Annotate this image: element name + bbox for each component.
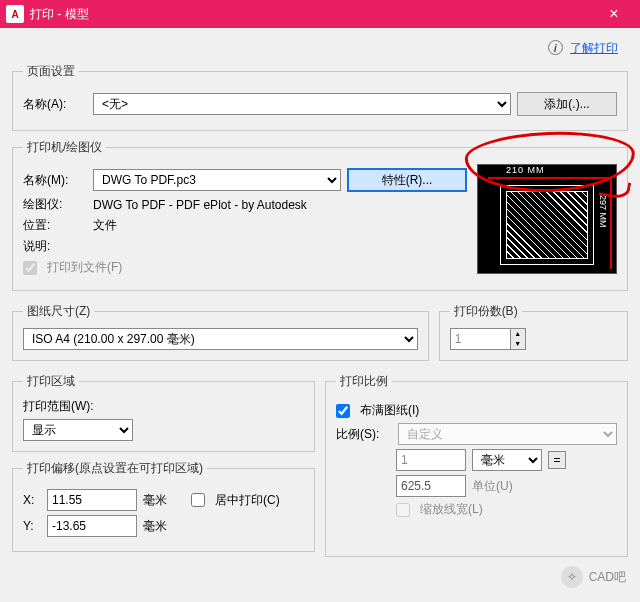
scale-lineweights-label: 缩放线宽(L) bbox=[420, 501, 483, 518]
scale-denominator-input bbox=[396, 475, 466, 497]
paper-size-select[interactable]: ISO A4 (210.00 x 297.00 毫米) bbox=[23, 328, 418, 350]
center-plot-checkbox[interactable] bbox=[191, 493, 205, 507]
app-icon: A bbox=[6, 5, 24, 23]
fit-to-paper-label: 布满图纸(I) bbox=[360, 402, 419, 419]
plot-area-legend: 打印区域 bbox=[23, 373, 79, 390]
description-label: 说明: bbox=[23, 238, 87, 255]
fit-to-paper-checkbox[interactable] bbox=[336, 404, 350, 418]
watermark: ✧ CAD吧 bbox=[561, 566, 626, 588]
watermark-text: CAD吧 bbox=[589, 569, 626, 586]
scale-lineweights-checkbox bbox=[396, 503, 410, 517]
learn-about-plotting-link[interactable]: 了解打印 bbox=[570, 41, 618, 55]
preview-dim-h bbox=[488, 177, 612, 179]
paper-size-group: 图纸尺寸(Z) ISO A4 (210.00 x 297.00 毫米) bbox=[12, 303, 429, 361]
plotter-label: 绘图仪: bbox=[23, 196, 87, 213]
plot-scale-group: 打印比例 布满图纸(I) 比例(S): 自定义 毫米 = bbox=[325, 373, 628, 557]
offset-y-input[interactable] bbox=[47, 515, 137, 537]
page-setup-name-label: 名称(A): bbox=[23, 96, 87, 113]
copies-spinner[interactable]: ▲▼ bbox=[450, 328, 617, 350]
page-setup-legend: 页面设置 bbox=[23, 63, 79, 80]
center-plot-label: 居中打印(C) bbox=[215, 492, 280, 509]
paper-preview: 210 MM 297 MM bbox=[477, 164, 617, 274]
printer-properties-button[interactable]: 特性(R)... bbox=[347, 168, 467, 192]
titlebar: A 打印 - 模型 × bbox=[0, 0, 640, 28]
spinner-down-icon: ▼ bbox=[511, 339, 525, 349]
plot-area-group: 打印区域 打印范围(W): 显示 bbox=[12, 373, 315, 452]
printer-group: 打印机/绘图仪 名称(M): DWG To PDF.pc3 特性(R)... 绘… bbox=[12, 139, 628, 291]
close-icon[interactable]: × bbox=[594, 5, 634, 23]
offset-x-input[interactable] bbox=[47, 489, 137, 511]
page-setup-name-select[interactable]: <无> bbox=[93, 93, 511, 115]
preview-hatch bbox=[506, 191, 588, 259]
offset-x-label: X: bbox=[23, 493, 41, 507]
plotter-value: DWG To PDF - PDF ePlot - by Autodesk bbox=[93, 198, 307, 212]
preview-page-rect bbox=[500, 185, 594, 265]
page-setup-group: 页面设置 名称(A): <无> 添加(.)... bbox=[12, 63, 628, 131]
watermark-icon: ✧ bbox=[561, 566, 583, 588]
offset-y-unit: 毫米 bbox=[143, 518, 167, 535]
preview-dim-v bbox=[610, 177, 612, 269]
plot-to-file-label: 打印到文件(F) bbox=[47, 259, 122, 276]
offset-y-label: Y: bbox=[23, 519, 41, 533]
plot-scale-legend: 打印比例 bbox=[336, 373, 392, 390]
help-row: i 了解打印 bbox=[12, 36, 628, 59]
add-page-setup-button[interactable]: 添加(.)... bbox=[517, 92, 617, 116]
spinner-up-icon: ▲ bbox=[511, 329, 525, 339]
what-to-plot-label: 打印范围(W): bbox=[23, 398, 304, 415]
window-title: 打印 - 模型 bbox=[30, 6, 594, 23]
copies-group: 打印份数(B) ▲▼ bbox=[439, 303, 628, 361]
scale-unit-select[interactable]: 毫米 bbox=[472, 449, 542, 471]
plot-to-file-checkbox bbox=[23, 261, 37, 275]
printer-name-select[interactable]: DWG To PDF.pc3 bbox=[93, 169, 341, 191]
scale-den-unit-label: 单位(U) bbox=[472, 478, 513, 495]
where-label: 位置: bbox=[23, 217, 87, 234]
plot-offset-group: 打印偏移(原点设置在可打印区域) X: 毫米 居中打印(C) Y: 毫米 bbox=[12, 460, 315, 552]
printer-legend: 打印机/绘图仪 bbox=[23, 139, 106, 156]
copies-legend: 打印份数(B) bbox=[450, 303, 522, 320]
scale-select: 自定义 bbox=[398, 423, 617, 445]
what-to-plot-select[interactable]: 显示 bbox=[23, 419, 133, 441]
preview-height-label: 297 MM bbox=[598, 195, 608, 228]
paper-size-legend: 图纸尺寸(Z) bbox=[23, 303, 94, 320]
scale-label: 比例(S): bbox=[336, 426, 392, 443]
where-value: 文件 bbox=[93, 217, 117, 234]
copies-input bbox=[450, 328, 510, 350]
plot-offset-legend: 打印偏移(原点设置在可打印区域) bbox=[23, 460, 207, 477]
printer-name-label: 名称(M): bbox=[23, 172, 87, 189]
info-icon: i bbox=[548, 40, 563, 55]
preview-width-label: 210 MM bbox=[506, 165, 545, 175]
scale-numerator-input bbox=[396, 449, 466, 471]
offset-x-unit: 毫米 bbox=[143, 492, 167, 509]
equals-button[interactable]: = bbox=[548, 451, 566, 469]
